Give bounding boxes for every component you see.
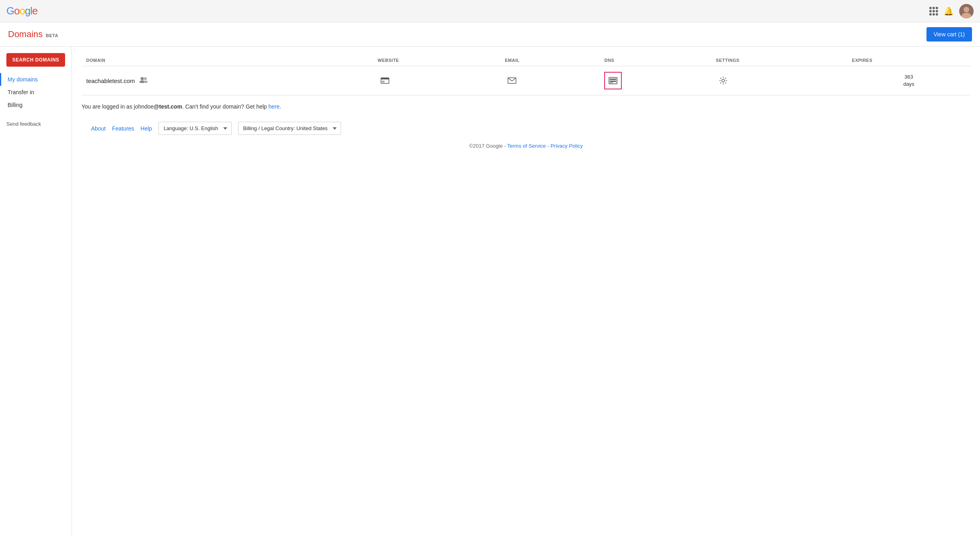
- col-expires: EXPIRES: [847, 55, 970, 66]
- sidebar-item-billing[interactable]: Billing: [0, 99, 71, 111]
- dns-cell: [599, 66, 711, 95]
- domain-name-cell: teachabletest.com: [81, 66, 373, 95]
- sidebar: SEARCH DOMAINS My domains Transfer in Bi…: [0, 47, 72, 537]
- footer: About Features Help Language: U.S. Engli…: [81, 110, 970, 155]
- svg-point-3: [141, 77, 144, 80]
- domain-name-text: teachabletest.com: [86, 77, 135, 84]
- footer-links-row: About Features Help Language: U.S. Engli…: [91, 122, 961, 135]
- svg-rect-8: [381, 78, 389, 79]
- footer-help-link[interactable]: Help: [141, 125, 152, 132]
- col-dns: DNS: [599, 55, 711, 66]
- send-feedback-link[interactable]: Send feedback: [0, 111, 71, 130]
- expires-days: 363: [852, 73, 966, 81]
- people-icon: [139, 77, 148, 85]
- svg-rect-9: [382, 81, 385, 83]
- content-area: DOMAIN WEBSITE EMAIL DNS SETTINGS EXPIRE…: [72, 47, 980, 537]
- beta-badge: BETA: [46, 33, 58, 38]
- col-email: EMAIL: [500, 55, 599, 66]
- svg-rect-14: [610, 82, 613, 83]
- copyright-text: ©2017 Google: [469, 143, 503, 149]
- avatar[interactable]: [959, 4, 974, 18]
- settings-icon-button[interactable]: [716, 73, 730, 88]
- expires-unit: days: [852, 81, 966, 88]
- table-header-row: DOMAIN WEBSITE EMAIL DNS SETTINGS EXPIRE…: [81, 55, 970, 66]
- product-header: Domains BETA View cart (1): [0, 22, 980, 47]
- sidebar-nav: My domains Transfer in Billing: [0, 73, 71, 111]
- expires-cell: 363 days: [847, 66, 970, 95]
- product-title: Domains: [8, 29, 43, 40]
- col-settings: SETTINGS: [711, 55, 847, 66]
- email-bold: @test.com: [154, 103, 182, 110]
- language-select[interactable]: Language: U.S. English: [159, 122, 232, 135]
- help-here-link[interactable]: here: [268, 103, 280, 110]
- sidebar-item-transfer-in[interactable]: Transfer in: [0, 86, 71, 99]
- privacy-policy-link[interactable]: Privacy Policy: [550, 143, 583, 149]
- billing-country-select[interactable]: Billing / Legal Country: United States: [238, 122, 341, 135]
- settings-cell: [711, 66, 847, 95]
- website-cell: [373, 66, 500, 95]
- website-icon-button[interactable]: [378, 73, 392, 88]
- top-bar-right: 🔔: [929, 4, 974, 18]
- footer-copyright: ©2017 Google - Terms of Service - Privac…: [91, 143, 961, 149]
- domain-table: DOMAIN WEBSITE EMAIL DNS SETTINGS EXPIRE…: [81, 55, 970, 95]
- svg-point-5: [144, 77, 147, 80]
- email-cell: [500, 66, 599, 95]
- svg-point-6: [144, 81, 148, 83]
- dns-icon-button[interactable]: [604, 72, 622, 89]
- svg-point-1: [964, 7, 969, 12]
- view-cart-button[interactable]: View cart (1): [926, 27, 972, 42]
- product-title-area: Domains BETA: [8, 29, 58, 40]
- svg-point-15: [722, 79, 724, 82]
- sidebar-item-my-domains[interactable]: My domains: [0, 73, 71, 86]
- terms-of-service-link[interactable]: Terms of Service: [507, 143, 546, 149]
- notification-bell-icon[interactable]: 🔔: [944, 6, 954, 16]
- google-logo: Google: [6, 5, 38, 17]
- col-website: WEBSITE: [373, 55, 500, 66]
- email-icon-button[interactable]: [505, 73, 519, 88]
- svg-rect-12: [610, 79, 616, 80]
- footer-features-link[interactable]: Features: [112, 125, 134, 132]
- info-message: You are logged in as johndoe@test.com. C…: [81, 103, 970, 110]
- footer-about-link[interactable]: About: [91, 125, 106, 132]
- google-apps-icon[interactable]: [929, 7, 938, 16]
- table-row: teachabletest.com: [81, 66, 970, 95]
- main-layout: SEARCH DOMAINS My domains Transfer in Bi…: [0, 47, 980, 537]
- col-domain: DOMAIN: [81, 55, 373, 66]
- search-domains-button[interactable]: SEARCH DOMAINS: [6, 53, 65, 67]
- svg-rect-13: [610, 81, 616, 82]
- top-bar: Google 🔔: [0, 0, 980, 22]
